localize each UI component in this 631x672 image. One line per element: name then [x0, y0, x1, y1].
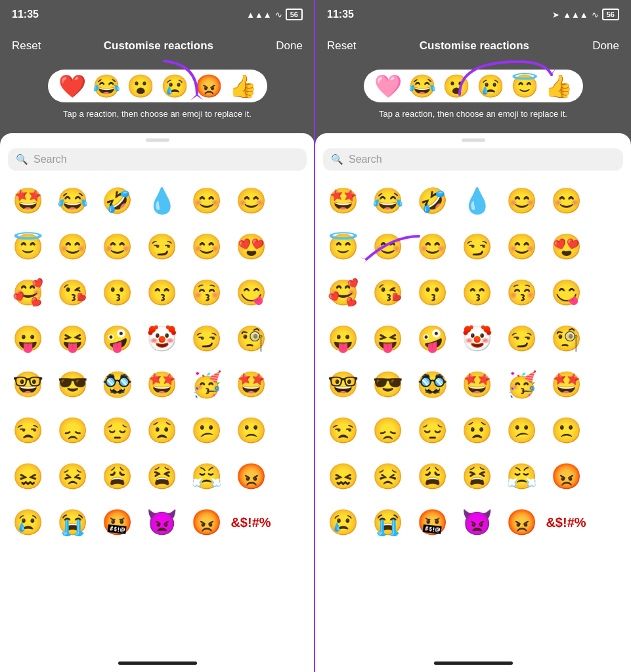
emoji-cell[interactable]: 🤩 — [228, 362, 273, 407]
emoji-cell[interactable]: 😎 — [365, 362, 410, 407]
done-button-right[interactable]: Done — [592, 39, 619, 52]
emoji-cell[interactable]: 🤬 — [410, 500, 454, 545]
emoji-cell[interactable]: 😢 — [5, 500, 50, 545]
reaction-angry-left[interactable]: 😡 — [195, 75, 223, 97]
emoji-cell[interactable]: 😊 — [184, 178, 228, 223]
reaction-cry-left[interactable]: 😢 — [161, 75, 188, 97]
emoji-cell[interactable]: 😭 — [365, 500, 410, 545]
reaction-thumbsup-right[interactable]: 👍 — [545, 75, 573, 97]
reset-button-left[interactable]: Reset — [12, 39, 41, 52]
emoji-cell[interactable]: 😂 — [50, 178, 95, 223]
reset-button-right[interactable]: Reset — [327, 39, 356, 52]
emoji-cell[interactable]: 🤓 — [320, 362, 365, 407]
emoji-cell[interactable]: 😒 — [320, 408, 365, 453]
emoji-cell[interactable]: 😣 — [50, 454, 95, 499]
emoji-cell[interactable]: 😭 — [50, 500, 95, 545]
emoji-cell[interactable]: 😩 — [410, 454, 454, 499]
emoji-cell[interactable]: 😊 — [184, 224, 228, 269]
emoji-cell[interactable]: 🥸 — [95, 362, 139, 407]
emoji-cell[interactable]: 😒 — [5, 408, 50, 453]
reaction-laugh-right[interactable]: 😂 — [408, 75, 436, 97]
emoji-cell[interactable]: &$!#% — [228, 500, 273, 545]
emoji-cell[interactable]: 😝 — [50, 316, 95, 361]
reaction-heart-left[interactable]: ❤️ — [58, 75, 86, 97]
emoji-cell[interactable]: 😏 — [499, 316, 544, 361]
emoji-cell[interactable]: 😤 — [184, 454, 228, 499]
emoji-cell[interactable]: 🙁 — [544, 408, 588, 453]
emoji-cell[interactable]: 🤡 — [139, 316, 184, 361]
emoji-cell[interactable]: 😖 — [320, 454, 365, 499]
emoji-cell[interactable]: 👿 — [454, 500, 499, 545]
emoji-cell[interactable]: 😋 — [544, 270, 588, 315]
emoji-cell[interactable]: 😣 — [365, 454, 410, 499]
emoji-cell[interactable]: 😔 — [410, 408, 454, 453]
emoji-cell[interactable]: 😟 — [139, 408, 184, 453]
emoji-cell[interactable]: 😡 — [184, 500, 228, 545]
emoji-cell[interactable]: 😡 — [228, 454, 273, 499]
emoji-cell[interactable]: 😡 — [499, 500, 544, 545]
emoji-cell[interactable]: 😞 — [50, 408, 95, 453]
emoji-cell[interactable]: 😊 — [499, 178, 544, 223]
emoji-cell[interactable]: 😙 — [139, 270, 184, 315]
emoji-cell[interactable]: 🤡 — [454, 316, 499, 361]
emoji-cell[interactable]: 😝 — [365, 316, 410, 361]
emoji-cell[interactable]: 😛 — [5, 316, 50, 361]
emoji-cell[interactable]: 😚 — [184, 270, 228, 315]
emoji-cell[interactable]: 😖 — [5, 454, 50, 499]
emoji-cell[interactable]: 🧐 — [544, 316, 588, 361]
reaction-laugh-left[interactable]: 😂 — [93, 75, 120, 97]
reaction-halo-right[interactable]: 😇 — [511, 75, 538, 97]
emoji-cell[interactable]: 😚 — [499, 270, 544, 315]
emoji-cell[interactable]: 😏 — [184, 316, 228, 361]
emoji-cell[interactable]: 😊 — [499, 224, 544, 269]
emoji-cell[interactable]: 😞 — [365, 408, 410, 453]
reaction-wow-left[interactable]: 😮 — [127, 75, 154, 97]
emoji-cell[interactable]: 😘 — [50, 270, 95, 315]
emoji-cell[interactable]: 😎 — [50, 362, 95, 407]
emoji-cell[interactable]: 😛 — [320, 316, 365, 361]
emoji-cell[interactable]: 🥰 — [5, 270, 50, 315]
emoji-cell[interactable]: 😗 — [410, 270, 454, 315]
emoji-cell[interactable]: 😋 — [228, 270, 273, 315]
emoji-cell[interactable]: 😔 — [95, 408, 139, 453]
emoji-cell[interactable]: 🥸 — [410, 362, 454, 407]
emoji-cell[interactable]: 😤 — [499, 454, 544, 499]
emoji-cell[interactable]: 😊 — [365, 224, 410, 269]
emoji-cell[interactable]: 🧐 — [228, 316, 273, 361]
emoji-cell[interactable]: 😇 — [5, 224, 50, 269]
emoji-cell[interactable]: 😊 — [50, 224, 95, 269]
emoji-cell[interactable]: 💧 — [139, 178, 184, 223]
emoji-cell[interactable]: 😏 — [139, 224, 184, 269]
emoji-cell[interactable]: 🤓 — [5, 362, 50, 407]
emoji-cell[interactable]: 😘 — [365, 270, 410, 315]
search-bar-left[interactable]: 🔍 Search — [8, 148, 307, 171]
emoji-cell[interactable]: 🤪 — [95, 316, 139, 361]
emoji-cell[interactable]: 😢 — [320, 500, 365, 545]
emoji-cell[interactable]: 🥳 — [184, 362, 228, 407]
emoji-cell[interactable]: 😗 — [95, 270, 139, 315]
emoji-cell[interactable]: 😊 — [544, 178, 588, 223]
emoji-cell[interactable]: 🤣 — [410, 178, 454, 223]
emoji-cell[interactable]: 😊 — [95, 224, 139, 269]
emoji-cell[interactable]: 😫 — [139, 454, 184, 499]
emoji-cell[interactable]: 😙 — [454, 270, 499, 315]
emoji-cell[interactable]: 😏 — [454, 224, 499, 269]
emoji-cell[interactable]: &$!#% — [544, 500, 588, 545]
emoji-cell[interactable]: 🤩 — [5, 178, 50, 223]
reaction-pinkheart-right[interactable]: 🩷 — [374, 75, 402, 97]
reaction-wow-right[interactable]: 😮 — [443, 75, 470, 97]
emoji-cell[interactable]: 😟 — [454, 408, 499, 453]
emoji-cell[interactable]: 🤩 — [544, 362, 588, 407]
emoji-cell[interactable]: 😕 — [184, 408, 228, 453]
emoji-cell[interactable]: 🙁 — [228, 408, 273, 453]
emoji-cell[interactable]: 😩 — [95, 454, 139, 499]
emoji-cell[interactable]: 🤪 — [410, 316, 454, 361]
emoji-cell[interactable]: 😫 — [454, 454, 499, 499]
emoji-cell[interactable]: 😊 — [410, 224, 454, 269]
emoji-cell[interactable]: 👿 — [139, 500, 184, 545]
emoji-cell[interactable]: 😡 — [544, 454, 588, 499]
emoji-cell[interactable]: 😂 — [365, 178, 410, 223]
emoji-cell[interactable]: 🤬 — [95, 500, 139, 545]
emoji-cell[interactable]: 🤩 — [320, 178, 365, 223]
emoji-halo-right[interactable]: 😇 — [320, 224, 365, 269]
